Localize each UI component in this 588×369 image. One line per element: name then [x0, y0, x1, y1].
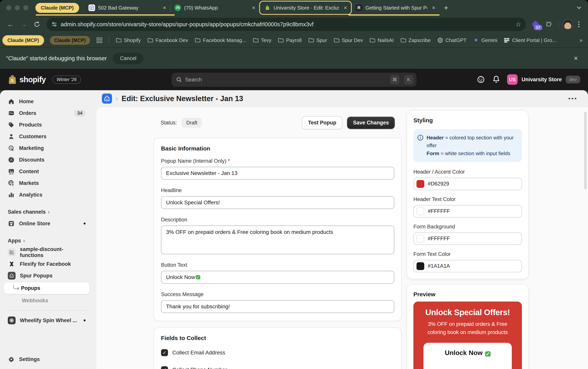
browser-menu-icon[interactable]: [574, 21, 583, 27]
bookmark-gemini[interactable]: Gemini: [473, 37, 497, 43]
store-avatar[interactable]: US: [507, 74, 518, 85]
refresh-icon[interactable]: [31, 19, 43, 30]
test-popup-button[interactable]: Test Popup: [302, 116, 342, 129]
back-icon[interactable]: ←: [5, 19, 16, 30]
shopify-logo[interactable]: S shopify Winter '26: [8, 74, 81, 85]
collect-email-row[interactable]: ✓ Collect Email Address: [161, 349, 394, 356]
sidebar-item-content[interactable]: Content: [0, 166, 93, 177]
bookmark-folder-shopify[interactable]: Shopify: [116, 37, 141, 43]
store-name[interactable]: Univarsity Store: [522, 77, 562, 83]
apps-grid-icon[interactable]: [97, 38, 102, 43]
bookmark-folder-nailsai[interactable]: NailsAI: [370, 37, 393, 43]
form-background-input[interactable]: #FFFFFF: [413, 233, 522, 245]
close-tab-icon[interactable]: ×: [252, 4, 255, 11]
sales-channels-header[interactable]: Sales channels ›: [0, 206, 93, 218]
sidebar-item-online-store[interactable]: Online Store: [0, 218, 93, 229]
close-banner-icon[interactable]: ×: [570, 54, 582, 62]
checkbox-checked-icon[interactable]: ✓: [161, 366, 168, 369]
notifications-bell-icon[interactable]: [492, 75, 500, 84]
color-swatch[interactable]: [416, 207, 424, 215]
close-tab-icon[interactable]: ×: [432, 4, 435, 11]
tab-502-bad-gateway[interactable]: 502 Bad Gateway ×: [85, 1, 170, 14]
bookmark-chatgpt[interactable]: ChatGPT: [437, 37, 466, 43]
sidebar-item-analytics[interactable]: Analytics: [0, 189, 93, 201]
bookmarks-overflow-icon[interactable]: »: [579, 37, 583, 43]
sidebar-item-orders[interactable]: Orders 34: [0, 107, 93, 119]
close-window-button[interactable]: [6, 5, 11, 10]
tab-whatsapp[interactable]: 70 (70) WhatsApp ×: [171, 1, 259, 14]
preview-form-section: Unlock Now ✓: [423, 343, 512, 369]
minimize-window-button[interactable]: [15, 5, 20, 10]
header-text-color-input[interactable]: #FFFFFF: [413, 205, 522, 217]
sidebar-item-flexify[interactable]: Flexify for Facebook: [0, 258, 93, 270]
tab-search-chevron-icon[interactable]: [574, 3, 584, 13]
bookmark-star-icon[interactable]: ☆: [516, 20, 521, 28]
apps-header[interactable]: Apps ›: [0, 235, 93, 246]
folder-icon: [147, 38, 153, 43]
sidebar-item-customers[interactable]: Customers: [0, 131, 93, 142]
sidebar-item-home[interactable]: Home: [0, 96, 93, 107]
maximize-window-button[interactable]: [23, 5, 28, 10]
close-tab-icon[interactable]: ×: [344, 4, 347, 11]
bookmark-folder-facebook-manager[interactable]: Facebook Manag...: [195, 37, 246, 43]
sidebar-item-spur-popups[interactable]: Spur Popups: [0, 270, 93, 282]
page-menu-icon[interactable]: [566, 95, 579, 102]
sidebar-item-products[interactable]: Products: [0, 119, 93, 131]
url-text[interactable]: admin.shopify.com/store/univarsity-store…: [61, 21, 512, 28]
new-tab-button[interactable]: +: [439, 4, 453, 12]
popup-name-input[interactable]: Exclusive Newsletter - Jan 13: [161, 167, 394, 180]
debug-highlight-line: [349, 14, 439, 16]
cancel-button[interactable]: Cancel: [113, 53, 143, 64]
color-swatch[interactable]: [416, 262, 424, 270]
bookmark-folder-spur-dev[interactable]: Spur Dev: [334, 37, 363, 43]
save-changes-button[interactable]: Save Changes: [347, 117, 395, 129]
browser-profile-chip[interactable]: Claude (MCP): [35, 3, 79, 13]
extensions-puzzle-icon[interactable]: [543, 19, 555, 30]
header-accent-color-input[interactable]: #D62929: [413, 178, 522, 190]
preview-button[interactable]: Unlock Now ✓: [445, 349, 490, 357]
checkbox-checked-icon[interactable]: ✓: [161, 349, 168, 356]
bookmark-claude-chip-2[interactable]: Claude (MCP): [50, 36, 90, 45]
form-text-color-input[interactable]: #1A1A1A: [413, 260, 522, 272]
sidekick-icon[interactable]: [476, 75, 485, 84]
global-search[interactable]: Search ⌘ K: [172, 73, 416, 87]
scrollbar-thumb[interactable]: [584, 112, 587, 189]
sidebar-item-settings[interactable]: Settings: [0, 353, 93, 365]
color-swatch[interactable]: [416, 180, 424, 188]
close-tab-icon[interactable]: ×: [163, 4, 166, 11]
site-settings-icon[interactable]: [51, 21, 57, 27]
bookmark-folder-payroll[interactable]: Payroll: [278, 37, 301, 43]
browser-avatar[interactable]: [563, 19, 573, 29]
description-textarea[interactable]: 3% OFF on prepaid orders & Free coloring…: [161, 226, 394, 254]
window-controls[interactable]: [0, 5, 35, 10]
sidebar-item-discounts[interactable]: Discounts: [0, 154, 93, 166]
sidebar-item-webhooks[interactable]: Webhooks: [0, 295, 93, 306]
spur-popups-breadcrumb-icon[interactable]: [102, 93, 112, 104]
collect-phone-row[interactable]: ✓ Collect Phone Number: [161, 366, 394, 369]
success-message-input[interactable]: Thank you for subscribing!: [161, 300, 394, 313]
wheelify-app-icon: [8, 317, 16, 324]
bookmark-client-portal[interactable]: Client Portal | Gro...: [504, 37, 556, 43]
bookmark-folder-spur[interactable]: Spur: [308, 37, 327, 43]
tab-getting-started-spur[interactable]: R Getting Started with Spur Pop ×: [352, 1, 439, 14]
sidebar-item-markets[interactable]: $ Markets: [0, 177, 93, 189]
tab-univarsity-store-active[interactable]: Univarsity Store · Edit: Exclusi ×: [259, 1, 352, 15]
release-badge[interactable]: Winter '26: [52, 75, 81, 84]
sidebar-item-sample-discount-functions[interactable]: sample-discount-functions: [0, 246, 93, 258]
bookmark-folder-tevy[interactable]: Tevy: [253, 37, 271, 43]
headline-input[interactable]: Unlock Special Offers!: [161, 196, 394, 209]
bookmark-claude-chip[interactable]: Claude (MCP): [3, 36, 43, 45]
claude-extension-icon[interactable]: 17: [530, 19, 541, 30]
forward-icon[interactable]: →: [18, 19, 30, 30]
button-text-input[interactable]: Unlock Now ✓: [161, 271, 394, 284]
sidebar-item-wheelify[interactable]: Wheelify Spin Wheel ...: [0, 315, 93, 326]
color-swatch[interactable]: [416, 235, 424, 243]
required-asterisk: *: [228, 158, 230, 164]
whatsapp-favicon-icon: 70: [175, 4, 181, 11]
bookmark-folder-zapscribe[interactable]: Zapscribe: [400, 37, 431, 43]
address-bar[interactable]: admin.shopify.com/store/univarsity-store…: [47, 18, 526, 31]
sidebar-item-popups-selected[interactable]: Popups: [4, 282, 89, 294]
bookmark-folder-facebook-dev[interactable]: Facebook Dev: [147, 37, 188, 43]
sidebar-item-marketing[interactable]: Marketing: [0, 142, 93, 154]
color-label: Header / Accent Color: [413, 169, 522, 175]
